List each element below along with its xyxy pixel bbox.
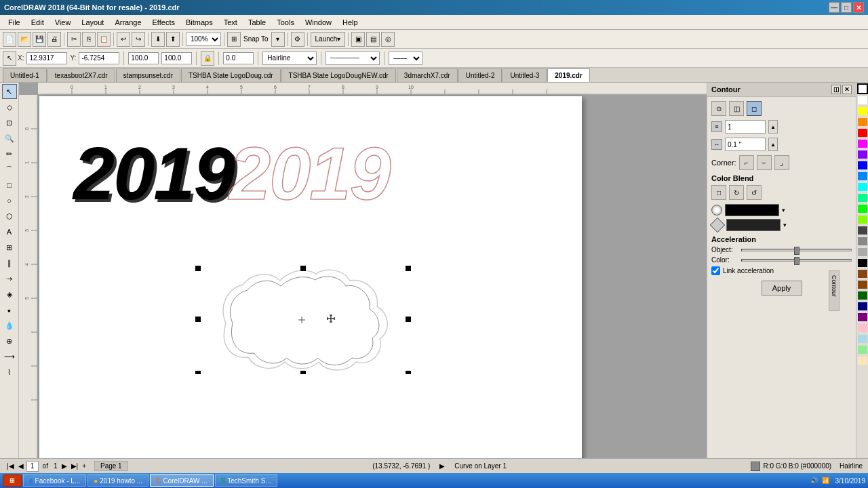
paste-btn[interactable]: 📋 xyxy=(97,32,111,47)
panel-header-controls[interactable]: ◫ ✕ xyxy=(831,85,852,94)
no-color-swatch[interactable] xyxy=(857,83,868,94)
white-swatch[interactable] xyxy=(857,96,868,105)
select-tool[interactable]: ↖ xyxy=(2,84,17,99)
start-button[interactable]: ⊞ xyxy=(3,474,22,487)
orange-swatch[interactable] xyxy=(857,117,868,127)
titlebar-controls[interactable]: — □ ✕ xyxy=(829,2,864,13)
new-btn[interactable]: 📄 xyxy=(3,32,16,47)
page-num-input[interactable] xyxy=(26,461,39,472)
maximize-btn[interactable]: □ xyxy=(841,2,852,13)
arrow-start-select[interactable]: —— xyxy=(389,52,422,65)
menu-window[interactable]: Window xyxy=(300,15,337,29)
pointer-tool[interactable]: ↖ xyxy=(3,51,16,66)
close-btn[interactable]: ✕ xyxy=(853,2,864,13)
lightblue-swatch[interactable] xyxy=(857,334,868,344)
tab-tshba[interactable]: TSHBA State LogoDoug.cdr xyxy=(181,68,281,82)
contour-outside-btn[interactable]: ◻ xyxy=(747,101,762,116)
taskbar-coreldraw[interactable]: C CorelDRAW ... xyxy=(150,474,213,487)
contour-side-tab[interactable]: Contour xyxy=(829,270,840,311)
corner-round-btn[interactable]: ⌣ xyxy=(757,155,772,170)
tab-untitled2[interactable]: Untitled-2 xyxy=(458,68,502,82)
red-swatch[interactable] xyxy=(857,128,868,138)
green-swatch[interactable] xyxy=(857,204,868,214)
measure-tool[interactable]: ⌇ xyxy=(2,365,17,380)
blend-counter-btn[interactable]: ↺ xyxy=(747,185,762,200)
extra-btn1[interactable]: ▣ xyxy=(351,32,365,47)
lightgreen-swatch[interactable] xyxy=(857,345,868,354)
stroke-select[interactable]: Hairline 0.5pt 1pt xyxy=(262,52,317,65)
contour-inside-btn[interactable]: ◫ xyxy=(729,101,744,116)
magenta-swatch[interactable] xyxy=(857,139,868,148)
menu-bitmaps[interactable]: Bitmaps xyxy=(180,15,218,29)
tab-tshbanew[interactable]: TSHBA State LogoDougNEW.cdr xyxy=(281,68,396,82)
taskbar-techsmith[interactable]: S TechSmith S... xyxy=(215,474,277,487)
tab-untitled3[interactable]: Untitled-3 xyxy=(502,68,547,82)
canvas-area[interactable]: 0 1 2 3 4 5 6 7 8 9 10 xyxy=(19,83,707,458)
polygon-tool[interactable]: ⬡ xyxy=(2,209,17,224)
blue-swatch[interactable] xyxy=(857,161,868,170)
page-prev-btn[interactable]: ◀ xyxy=(17,462,25,470)
export-btn[interactable]: ⬆ xyxy=(166,32,180,47)
link-accel-checkbox[interactable] xyxy=(711,266,720,275)
x-input[interactable] xyxy=(26,52,67,64)
page-first-btn[interactable]: |◀ xyxy=(5,462,16,470)
zoom-select[interactable]: 100% 75% 50% 200% xyxy=(186,33,221,46)
moccasin-swatch[interactable] xyxy=(857,356,868,365)
snap-btn[interactable]: ⊞ xyxy=(227,32,241,47)
interactive-tool[interactable]: ⊕ xyxy=(2,333,17,348)
page-add-btn[interactable]: + xyxy=(81,462,87,470)
corner-miter-btn[interactable]: ⌐ xyxy=(739,155,754,170)
panel-float-btn[interactable]: ◫ xyxy=(831,85,841,94)
navy-swatch[interactable] xyxy=(857,302,868,311)
crop-tool[interactable]: ⊡ xyxy=(2,115,17,130)
smart-fill-tool[interactable]: ⬥ xyxy=(2,302,17,317)
page-last-btn[interactable]: ▶| xyxy=(70,462,80,470)
redo-btn[interactable]: ↪ xyxy=(132,32,145,47)
h-input[interactable] xyxy=(161,52,192,64)
w-input[interactable] xyxy=(128,52,159,64)
object-slider[interactable] xyxy=(741,249,852,251)
stroke-color-swatch[interactable] xyxy=(726,219,781,231)
import-btn[interactable]: ⬇ xyxy=(151,32,165,47)
blob-shape[interactable] xyxy=(195,266,412,375)
object-slider-thumb[interactable] xyxy=(794,247,800,255)
launch-btn[interactable]: Launch ▾ xyxy=(311,32,346,47)
undo-btn[interactable]: ↩ xyxy=(117,32,130,47)
extra-btn3[interactable]: ◎ xyxy=(381,32,395,47)
yellow-swatch[interactable] xyxy=(857,106,868,116)
parallel-tool[interactable]: ∥ xyxy=(2,256,17,270)
color-slider-thumb[interactable] xyxy=(794,257,800,265)
cornblue-swatch[interactable] xyxy=(857,171,868,181)
tab-stampsunset[interactable]: stampsunset.cdr xyxy=(116,68,180,82)
table-tool[interactable]: ⊞ xyxy=(2,240,17,255)
copy-btn[interactable]: ⎘ xyxy=(82,32,96,47)
taskbar-facebook[interactable]: e Facebook - L... xyxy=(23,474,86,487)
menu-table[interactable]: Table xyxy=(243,15,271,29)
open-btn[interactable]: 📂 xyxy=(18,32,31,47)
menu-help[interactable]: Help xyxy=(337,15,363,29)
menu-effects[interactable]: Effects xyxy=(147,15,180,29)
black-swatch[interactable] xyxy=(857,258,868,268)
menu-edit[interactable]: Edit xyxy=(26,15,50,29)
y-input[interactable] xyxy=(79,52,119,64)
fill-color-dropdown[interactable]: ▾ xyxy=(782,207,785,214)
menu-file[interactable]: File xyxy=(3,15,26,29)
purple-swatch[interactable] xyxy=(857,312,868,322)
menu-tools[interactable]: Tools xyxy=(271,15,300,29)
angle-input[interactable] xyxy=(223,52,254,64)
smartdraw-tool[interactable]: ⌒ xyxy=(2,162,17,177)
options-btn[interactable]: ⚙ xyxy=(291,32,304,47)
corner-bevel-btn[interactable]: ⌟ xyxy=(774,155,789,170)
blend-clockwise-btn[interactable]: ↻ xyxy=(729,185,744,200)
fill-tool[interactable]: ◈ xyxy=(2,287,17,302)
lock-ratio-btn[interactable]: 🔒 xyxy=(201,51,214,66)
apply-button[interactable]: Apply xyxy=(762,281,802,296)
page-label-btn[interactable]: Page 1 xyxy=(94,461,128,471)
tab-2019[interactable]: 2019.cdr xyxy=(547,68,590,82)
tab-untitled1[interactable]: Untitled-1 xyxy=(3,68,47,82)
pink-swatch[interactable] xyxy=(857,323,868,333)
cyan-swatch[interactable] xyxy=(857,182,868,192)
page-next-btn[interactable]: ▶ xyxy=(60,462,68,470)
menu-text[interactable]: Text xyxy=(218,15,243,29)
tab-texasboot[interactable]: texasboot2X7.cdr xyxy=(47,68,115,82)
